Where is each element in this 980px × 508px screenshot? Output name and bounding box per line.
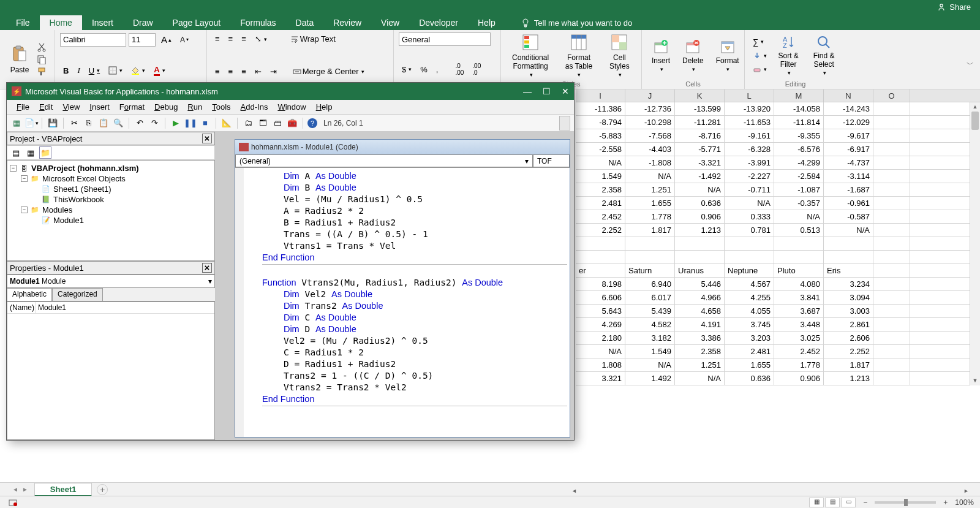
cell[interactable]: 2.358 [675, 345, 725, 358]
table-row[interactable]: 2.1803.1823.3863.2033.0252.606 [576, 332, 980, 345]
cell[interactable] [625, 237, 675, 250]
vba-properties-button[interactable]: 🗔 [257, 117, 269, 129]
cell[interactable]: 1.817 [625, 224, 675, 237]
vba-toolbar-overflow[interactable] [559, 116, 570, 131]
vba-design-mode-button[interactable]: 📐 [221, 117, 233, 129]
paste-button[interactable]: Paste [5, 42, 34, 77]
tree-toggle-icon[interactable]: − [21, 175, 28, 182]
cell[interactable] [675, 251, 725, 263]
cut-icon[interactable] [37, 42, 47, 52]
cell[interactable] [576, 251, 625, 263]
cell[interactable]: 2.606 [824, 332, 873, 344]
cell[interactable] [873, 358, 910, 371]
vba-menu-edit[interactable]: Edit [34, 101, 58, 113]
hscroll-right-icon[interactable]: ► [962, 488, 971, 494]
cell[interactable]: -6.917 [824, 143, 873, 156]
cell[interactable]: 4.191 [675, 318, 725, 331]
tree-excel-objects[interactable]: Microsoft Excel Objects [42, 174, 126, 183]
cell[interactable]: -0.711 [725, 183, 774, 196]
cell[interactable]: 1.655 [625, 197, 675, 210]
cell[interactable]: -5.883 [576, 129, 625, 142]
collapse-ribbon-button[interactable]: ﹀ [967, 59, 974, 70]
increase-decimal-button[interactable]: .0.00 [452, 61, 467, 78]
cell[interactable] [675, 237, 725, 250]
cell[interactable]: 4.080 [774, 278, 824, 290]
format-cells-button[interactable]: Format [711, 36, 744, 75]
cell[interactable] [873, 224, 910, 237]
cell[interactable] [873, 278, 910, 290]
tell-me-search[interactable]: Tell me what you want to do [514, 15, 638, 30]
cell[interactable]: -11.653 [725, 116, 774, 129]
cell[interactable]: 4.055 [725, 305, 774, 317]
horizontal-scrollbar[interactable]: ◄ ► [570, 485, 971, 496]
cell[interactable]: 1.213 [824, 372, 873, 385]
find-select-button[interactable]: Find & Select [807, 32, 841, 78]
cell[interactable]: 4.255 [725, 291, 774, 304]
cell[interactable]: -13.599 [675, 102, 725, 115]
tab-pagelayout[interactable]: Page Layout [163, 15, 231, 30]
cell[interactable]: Saturn [625, 264, 675, 277]
cell[interactable] [873, 237, 910, 250]
cell[interactable]: 0.906 [774, 372, 824, 385]
vba-menu-run[interactable]: Run [183, 101, 207, 113]
cell[interactable] [576, 237, 625, 250]
tree-thisworkbook[interactable]: ThisWorkbook [53, 195, 104, 204]
cell[interactable]: 1.251 [625, 183, 675, 196]
cell[interactable]: -8.716 [675, 129, 725, 142]
comma-button[interactable]: , [433, 63, 442, 76]
cell[interactable]: -3.321 [675, 156, 725, 169]
vba-maximize-button[interactable]: ☐ [543, 86, 551, 96]
record-macro-icon[interactable] [9, 498, 18, 507]
cell[interactable] [873, 372, 910, 385]
cell[interactable] [873, 143, 910, 156]
cell[interactable] [873, 156, 910, 169]
cell[interactable]: 6.940 [625, 278, 675, 290]
cell[interactable]: 1.549 [576, 170, 625, 183]
tree-root[interactable]: VBAProject (hohmann.xlsm) [31, 164, 139, 173]
vba-redo-button[interactable]: ↷ [148, 117, 160, 129]
cell[interactable]: 0.906 [675, 210, 725, 223]
align-center-button[interactable]: ≡ [225, 65, 236, 78]
cell[interactable]: -4.299 [774, 156, 824, 169]
vba-minimize-button[interactable]: — [523, 86, 532, 96]
vba-menu-file[interactable]: File [12, 101, 34, 113]
cell[interactable] [873, 264, 910, 277]
cell[interactable] [873, 332, 910, 344]
cell[interactable]: 5.446 [675, 278, 725, 290]
zoom-level[interactable]: 100% [955, 498, 974, 507]
view-normal-button[interactable]: ▦ [809, 498, 824, 507]
cell[interactable]: 1.817 [824, 358, 873, 371]
code-object-select[interactable]: (General)▾ [235, 154, 533, 167]
cell[interactable]: N/A [824, 224, 873, 237]
cell[interactable]: -1.808 [625, 156, 675, 169]
vba-reset-button[interactable]: ■ [199, 117, 211, 129]
cell[interactable]: 4.658 [675, 305, 725, 317]
align-middle-button[interactable]: ≡ [225, 32, 236, 45]
vertical-scrollbar[interactable]: ▲ ▼ [970, 102, 980, 385]
cell[interactable]: 1.778 [625, 210, 675, 223]
cell[interactable]: 1.251 [675, 358, 725, 371]
cell[interactable]: 4.567 [725, 278, 774, 290]
decrease-decimal-button[interactable]: .00.0 [469, 61, 484, 78]
copy-icon[interactable] [37, 55, 47, 64]
cell[interactable] [873, 210, 910, 223]
cell[interactable] [873, 116, 910, 129]
cell[interactable]: -13.920 [725, 102, 774, 115]
col-N[interactable]: N [824, 89, 873, 102]
cell[interactable]: 0.781 [725, 224, 774, 237]
cell[interactable]: -2.584 [774, 170, 824, 183]
cell[interactable]: 3.094 [824, 291, 873, 304]
table-row[interactable]: 3.3211.492N/A0.6360.9061.213 [576, 372, 980, 385]
code-procedure-select[interactable]: TOF [533, 154, 570, 167]
cell[interactable]: 2.180 [576, 332, 625, 344]
table-row[interactable]: -11.386-12.736-13.599-13.920-14.058-14.2… [576, 102, 980, 116]
col-L[interactable]: L [725, 89, 774, 102]
vba-menu-format[interactable]: Format [115, 101, 149, 113]
cell[interactable]: 1.655 [725, 358, 774, 371]
tree-module1[interactable]: Module1 [53, 216, 84, 225]
scroll-up-icon[interactable]: ▲ [970, 102, 980, 112]
table-row[interactable]: -8.794-10.298-11.281-11.653-11.814-12.02… [576, 116, 980, 129]
sheet-nav[interactable]: ◄► [12, 486, 28, 493]
props-tab-alphabetic[interactable]: Alphabetic [7, 288, 52, 301]
code-window-title[interactable]: hohmann.xlsm - Module1 (Code) [235, 140, 570, 154]
